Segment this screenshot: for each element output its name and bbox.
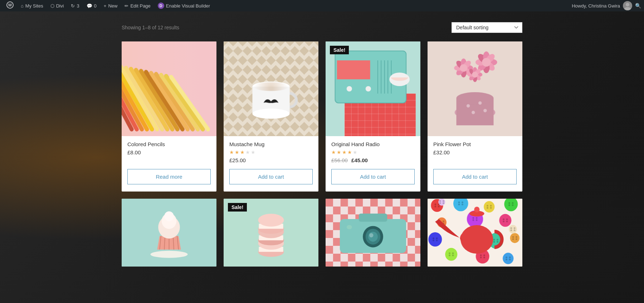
comments-count: 0 [94, 3, 97, 9]
star-5: ★ [251, 149, 255, 155]
product-name-pink-flower-pot: Pink Flower Pot [433, 141, 517, 147]
updates-count: 3 [77, 3, 79, 9]
showing-results: Showing 1–8 of 12 results [122, 25, 179, 30]
product-image-partial-camera [326, 199, 420, 267]
updates-icon: ↻ [71, 3, 75, 9]
products-grid-bottom: Sale! [122, 199, 522, 267]
svg-point-3 [624, 7, 631, 10]
product-info-original-hand-radio: Original Hand Radio ★ ★ ★ ★ ★ £56.00 £45… [326, 136, 420, 192]
products-grid: Colored Pencils £8.00 Read more Mustache… [122, 41, 522, 192]
sale-price: £45.00 [351, 157, 368, 163]
product-card-mustache-mug: Mustache Mug ★ ★ ★ ★ ★ £25.00 Add to car… [224, 41, 318, 192]
star-4: ★ [245, 149, 250, 155]
plus-icon: + [104, 3, 107, 9]
product-price-colored-pencils: £8.00 [127, 149, 211, 155]
search-icon[interactable]: 🔍 [635, 3, 641, 9]
product-price-mustache-mug: £25.00 [229, 157, 313, 163]
product-card-original-hand-radio: Sale! Original Hand Radio ★ ★ ★ ★ ★ £56.… [326, 41, 420, 192]
product-image-colored-pencils [122, 41, 216, 136]
mug-canvas [224, 41, 318, 136]
comments-icon: 💬 [87, 3, 92, 9]
user-avatar[interactable] [623, 1, 632, 10]
product-image-mustache-mug [224, 41, 318, 136]
product-card-partial-teapot [428, 199, 522, 267]
product-name-original-hand-radio: Original Hand Radio [331, 141, 415, 147]
cupcake-canvas [122, 199, 216, 267]
star-3: ★ [342, 149, 347, 155]
admin-bar: W ⌂ My Sites ⬡ Divi ↻ 3 💬 0 + New ✏ Edit… [0, 0, 644, 11]
divi-theme-icon: ⬡ [50, 3, 54, 9]
product-card-partial-macarons: Sale! [224, 199, 318, 267]
read-more-button-colored-pencils[interactable]: Read more [127, 169, 211, 184]
product-info-pink-flower-pot: Pink Flower Pot £32.00 Add to cart [428, 136, 522, 192]
camera-canvas [326, 199, 420, 267]
enable-vb-label: Enable Visual Builder [166, 3, 210, 9]
edit-page-button[interactable]: ✏ Edit Page [121, 0, 154, 11]
sorting-select[interactable]: Default sorting Sort by popularity Sort … [452, 22, 522, 33]
product-card-colored-pencils: Colored Pencils £8.00 Read more [122, 41, 216, 192]
shop-header: Showing 1–8 of 12 results Default sortin… [122, 22, 522, 33]
my-sites-button[interactable]: ⌂ My Sites [17, 0, 47, 11]
add-to-cart-button-mustache-mug[interactable]: Add to cart [229, 169, 313, 184]
star-2: ★ [235, 149, 239, 155]
updates-button[interactable]: ↻ 3 [67, 0, 83, 11]
wp-logo-button[interactable]: W [3, 0, 17, 11]
new-label: New [108, 3, 117, 9]
edit-page-label: Edit Page [130, 3, 150, 9]
sale-badge-radio: Sale! [330, 46, 349, 54]
star-5: ★ [353, 149, 357, 155]
star-2: ★ [337, 149, 341, 155]
howdy-label: Howdy, Christina Gwira [572, 3, 620, 9]
add-to-cart-button-original-hand-radio[interactable]: Add to cart [331, 169, 415, 184]
product-image-partial-cupcake [122, 199, 216, 267]
product-name-colored-pencils: Colored Pencils [127, 141, 211, 147]
product-info-colored-pencils: Colored Pencils £8.00 Read more [122, 136, 216, 192]
star-1: ★ [229, 149, 234, 155]
home-icon: ⌂ [21, 3, 24, 9]
pencils-canvas [122, 41, 216, 136]
product-image-original-hand-radio: Sale! [326, 41, 420, 136]
comments-button[interactable]: 💬 0 [83, 0, 100, 11]
original-price: £56.00 [331, 157, 348, 163]
new-content-button[interactable]: + New [100, 0, 121, 11]
product-name-mustache-mug: Mustache Mug [229, 141, 313, 147]
my-sites-label: My Sites [25, 3, 43, 9]
star-1: ★ [331, 149, 336, 155]
product-image-pink-flower-pot [428, 41, 522, 136]
product-price-pink-flower-pot: £32.00 [433, 149, 517, 155]
enable-visual-builder-button[interactable]: D Enable Visual Builder [154, 0, 214, 11]
shop-container: Showing 1–8 of 12 results Default sortin… [114, 22, 530, 267]
star-rating-mustache-mug: ★ ★ ★ ★ ★ [229, 149, 313, 155]
wp-logo-icon: W [6, 1, 14, 10]
flower-canvas [428, 41, 522, 136]
sale-badge-macarons: Sale! [228, 203, 247, 212]
pencil-icon: ✏ [125, 3, 128, 9]
svg-point-2 [626, 3, 629, 6]
product-price-original-hand-radio: £56.00 £45.00 [331, 157, 415, 163]
main-content: Showing 1–8 of 12 results Default sortin… [0, 11, 644, 303]
divi-button[interactable]: ⬡ Divi [47, 0, 68, 11]
star-rating-original-hand-radio: ★ ★ ★ ★ ★ [331, 149, 415, 155]
star-4: ★ [347, 149, 352, 155]
teapot-canvas [428, 199, 522, 267]
product-card-pink-flower-pot: Pink Flower Pot £32.00 Add to cart [428, 41, 522, 192]
divi-label: Divi [56, 3, 64, 9]
radio-canvas [326, 41, 420, 136]
product-image-partial-teapot [428, 199, 522, 267]
product-info-mustache-mug: Mustache Mug ★ ★ ★ ★ ★ £25.00 Add to car… [224, 136, 318, 192]
add-to-cart-button-pink-flower-pot[interactable]: Add to cart [433, 169, 517, 184]
divi-vb-icon: D [158, 3, 164, 9]
star-3: ★ [240, 149, 245, 155]
product-card-partial-cupcake [122, 199, 216, 267]
product-card-partial-camera [326, 199, 420, 267]
svg-text:W: W [8, 3, 12, 7]
